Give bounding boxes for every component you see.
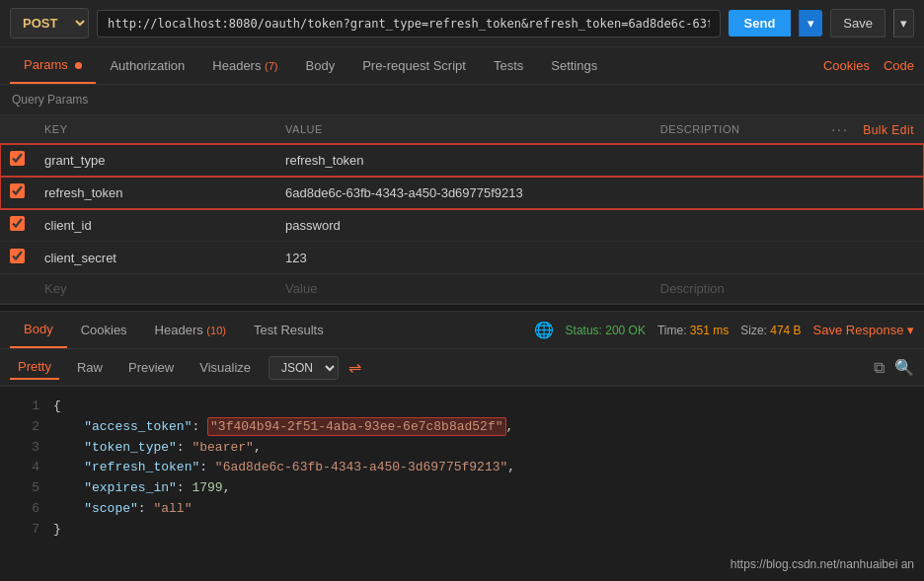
save-response-button[interactable]: Save Response ▾ xyxy=(813,323,914,337)
status-badge: Status: 200 OK xyxy=(566,324,646,337)
query-params-label: Query Params xyxy=(0,85,924,115)
more-button[interactable]: ··· xyxy=(831,121,849,137)
json-value-expires-in: 1799 xyxy=(192,480,222,495)
placeholder-value[interactable]: Value xyxy=(275,274,651,304)
placeholder-row: Key Value Description xyxy=(0,274,924,304)
code-line-4: 4 "refresh_token": "6ad8de6c-63fb-4343-a… xyxy=(0,458,924,478)
param-desc[interactable] xyxy=(651,242,786,274)
value-col-header: VALUE xyxy=(275,115,651,144)
row-checkbox[interactable] xyxy=(10,249,25,263)
send-button[interactable]: Send xyxy=(729,10,792,36)
format-icon[interactable]: ⇌ xyxy=(348,358,361,377)
globe-icon: 🌐 xyxy=(534,321,554,339)
param-key[interactable]: refresh_token xyxy=(35,177,275,209)
row-actions xyxy=(785,144,924,177)
format-tab-raw[interactable]: Raw xyxy=(69,356,111,379)
format-tab-preview[interactable]: Preview xyxy=(120,356,182,379)
placeholder-desc[interactable]: Description xyxy=(651,274,786,304)
param-value[interactable]: refresh_token xyxy=(275,144,651,177)
code-line-2: 2 "access_token": "3f404b94-2f51-4aba-93… xyxy=(0,417,924,438)
response-tab-bar: Body Cookies Headers (10) Test Results 🌐… xyxy=(0,312,924,349)
checkbox-cell xyxy=(0,144,35,177)
table-row: client_secret 123 xyxy=(0,242,924,274)
tab-headers[interactable]: Headers (7) xyxy=(198,48,291,83)
table-row: refresh_token 6ad8de6c-63fb-4343-a450-3d… xyxy=(0,177,924,209)
resp-tab-cookies[interactable]: Cookies xyxy=(67,313,141,347)
format-bar: Pretty Raw Preview Visualize JSON ⇌ ⧉ 🔍 xyxy=(0,349,924,387)
resp-tab-body[interactable]: Body xyxy=(10,312,67,348)
size-meta: Size: 474 B xyxy=(740,324,801,337)
desc-col-header: DESCRIPTION xyxy=(651,115,786,144)
send-dropdown-button[interactable]: ▾ xyxy=(799,10,822,36)
code-line-7: 7 } xyxy=(0,520,924,541)
checkbox-cell xyxy=(0,177,35,209)
json-key-token-type: "token_type" xyxy=(84,440,177,455)
row-actions xyxy=(785,209,924,242)
format-tab-visualize[interactable]: Visualize xyxy=(192,356,259,379)
code-line-6: 6 "scope": "all" xyxy=(0,499,924,520)
search-button[interactable]: 🔍 xyxy=(894,358,914,377)
time-meta: Time: 351 ms xyxy=(657,324,729,337)
tab-tests[interactable]: Tests xyxy=(480,48,537,83)
code-line-5: 5 "expires_in": 1799, xyxy=(0,478,924,499)
section-divider xyxy=(0,304,924,312)
tab-body[interactable]: Body xyxy=(292,48,349,83)
copy-button[interactable]: ⧉ xyxy=(874,358,885,377)
row-checkbox[interactable] xyxy=(10,216,25,231)
code-link[interactable]: Code xyxy=(884,58,914,73)
param-key[interactable]: grant_type xyxy=(35,144,275,177)
response-code-area: 1 { 2 "access_token": "3f404b94-2f51-4ab… xyxy=(0,387,924,550)
json-value-scope: "all" xyxy=(153,501,192,516)
url-input[interactable] xyxy=(97,10,721,37)
json-value-access-token: "3f404b94-2f51-4aba-93ee-6e7c8b8ad52f" xyxy=(207,417,505,436)
params-table: KEY VALUE DESCRIPTION ··· Bulk Edit gran… xyxy=(0,115,924,304)
save-button[interactable]: Save xyxy=(830,9,886,37)
param-value[interactable]: password xyxy=(275,209,651,242)
checkbox-cell xyxy=(0,209,35,242)
json-key-access-token: "access_token" xyxy=(84,419,192,434)
bulk-edit-button[interactable]: Bulk Edit xyxy=(863,123,914,137)
code-line-3: 3 "token_type": "bearer", xyxy=(0,438,924,459)
placeholder-actions xyxy=(785,274,924,304)
param-desc[interactable] xyxy=(651,209,786,242)
row-checkbox[interactable] xyxy=(10,183,25,198)
empty-checkbox xyxy=(0,274,35,304)
param-value[interactable]: 123 xyxy=(275,242,651,274)
table-row: grant_type refresh_token xyxy=(0,144,924,177)
row-actions xyxy=(785,177,924,209)
actions-col-header: ··· Bulk Edit xyxy=(785,115,924,144)
param-desc[interactable] xyxy=(651,144,786,177)
tab-settings[interactable]: Settings xyxy=(537,48,611,83)
save-dropdown-button[interactable]: ▾ xyxy=(893,9,914,37)
method-select[interactable]: POST xyxy=(10,8,89,38)
json-key-expires-in: "expires_in" xyxy=(84,480,177,495)
tab-authorization[interactable]: Authorization xyxy=(96,48,198,83)
param-key[interactable]: client_id xyxy=(35,209,275,242)
placeholder-key[interactable]: Key xyxy=(35,274,275,304)
row-checkbox[interactable] xyxy=(10,151,25,166)
param-desc[interactable] xyxy=(651,177,786,209)
json-value-token-type: "bearer" xyxy=(192,440,253,455)
row-actions xyxy=(785,242,924,274)
watermark: https://blog.csdn.net/nanhuaibei an xyxy=(731,557,914,571)
json-value-refresh-token: "6ad8de6c-63fb-4343-a450-3d69775f9213" xyxy=(215,460,507,474)
param-value[interactable]: 6ad8de6c-63fb-4343-a450-3d69775f9213 xyxy=(275,177,651,209)
checkbox-cell xyxy=(0,242,35,274)
format-type-select[interactable]: JSON xyxy=(269,356,339,380)
resp-tab-test-results[interactable]: Test Results xyxy=(240,313,338,347)
tab-params[interactable]: Params xyxy=(10,47,96,84)
json-key-scope: "scope" xyxy=(84,501,138,516)
request-tab-bar: Params Authorization Headers (7) Body Pr… xyxy=(0,47,924,85)
key-col-header: KEY xyxy=(35,115,275,144)
resp-tab-headers[interactable]: Headers (10) xyxy=(141,313,240,347)
cookies-link[interactable]: Cookies xyxy=(823,58,870,73)
table-row: client_id password xyxy=(0,209,924,242)
json-key-refresh-token: "refresh_token" xyxy=(84,460,199,474)
format-tab-pretty[interactable]: Pretty xyxy=(10,355,59,380)
top-bar: POST Send ▾ Save ▾ xyxy=(0,0,924,47)
params-table-container: KEY VALUE DESCRIPTION ··· Bulk Edit gran… xyxy=(0,115,924,304)
param-key[interactable]: client_secret xyxy=(35,242,275,274)
tab-prerequest[interactable]: Pre-request Script xyxy=(348,48,480,83)
code-line-1: 1 { xyxy=(0,397,924,417)
